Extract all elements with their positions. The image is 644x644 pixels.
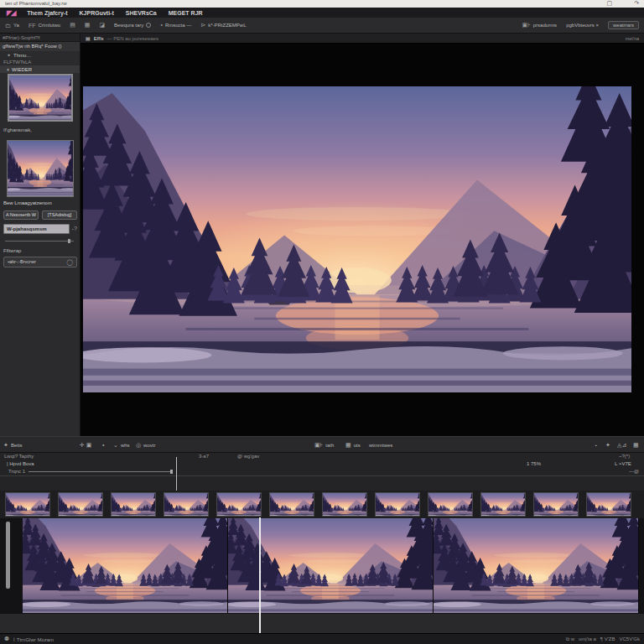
transport-sync-button[interactable]: ◬⊿ [617, 437, 626, 454]
filter-dropdown[interactable]: ⬩abr-:-Brvcrwr ◯ [3, 257, 77, 267]
preview-video-frame [83, 86, 631, 392]
transport-record-button[interactable]: ◎wovtr [136, 437, 155, 454]
track-1-value: 1 75% [527, 460, 541, 468]
main-toolbar: 🗀Ya FFCrimlutwo ▤ ▦ ◪ Bewqura tary ⬩Rmsu… [0, 18, 644, 34]
window-close-icon[interactable]: ↷ [634, 0, 639, 8]
toolbar-params-button[interactable]: ▣⊦prsadurms [522, 22, 558, 29]
strip-thumbnail[interactable] [58, 492, 103, 517]
transport-bar: ✦Betts ✛ ▣ ⬩ ⌄whs ◎wovtr ▣⊦tath ▦uts wtm… [0, 436, 644, 453]
menu-item-3[interactable]: SHEVRsCa [126, 10, 157, 16]
slider-handle[interactable] [68, 239, 70, 243]
toolbar-sequence-button[interactable]: Bewqura tary [114, 23, 151, 28]
panel-row-selected[interactable]: ♦WIEDER [0, 65, 80, 73]
toolbar-import-button[interactable]: FFCrimlutwo [29, 23, 60, 29]
filmstrip-area [0, 518, 644, 614]
menu-item-4[interactable]: MEGET RJR [169, 10, 203, 16]
window-restore-icon[interactable]: ▢ [607, 0, 613, 8]
filmstrip-frame[interactable] [23, 518, 228, 613]
strip-thumbnail[interactable] [111, 492, 156, 517]
strip-thumbnail[interactable] [533, 492, 579, 517]
diamond-icon: ⬩ [160, 22, 163, 29]
thumbnail-scene [8, 141, 73, 196]
list-icon: ▦ [633, 442, 639, 449]
window-title: ten of Phantomvalul_bay.rw [5, 0, 585, 8]
transport-list-button[interactable]: ▦ [633, 437, 639, 454]
timeline-track-row-1[interactable]: | Hpvd Bova 1 75% L ⌁V7E [0, 460, 644, 468]
toolbar-view-2-button[interactable]: ▦ [85, 22, 91, 29]
timeline-ruler-row[interactable]: Lwqt? Tapthy 3-a7 @ wg'gav ~?(*) [0, 453, 644, 460]
sunset-valley-scene [83, 86, 631, 392]
strip-thumbnail[interactable] [586, 492, 631, 517]
video-editor-app: ten of Phantomvalul_bay.rw ▢ ↷ ◤◢ Them Z… [0, 0, 644, 644]
star-icon: ✦ [3, 442, 8, 449]
timeline-empty-track[interactable] [0, 614, 644, 633]
timeline-playhead[interactable] [259, 517, 261, 634]
grid-icon: ▤ [70, 22, 75, 29]
chevron-down-icon: ⌄ [113, 442, 118, 449]
strip-thumbnail[interactable] [164, 492, 209, 517]
panel-button-row: A Nssxsertb W [TSAdtsbqj] [3, 210, 77, 220]
timecode-1: 3-a7 [199, 453, 209, 460]
transport-marker-button[interactable]: ⬩ [102, 437, 105, 454]
toolbar-view-1-button[interactable]: ▤ [70, 22, 75, 29]
panel-row-folder[interactable]: FLFTWTsLA [0, 59, 80, 65]
filmstrip-clip[interactable] [23, 518, 639, 613]
project-panel-tabbar[interactable]: #Pfrtar}-Scqrhf?f [0, 34, 80, 42]
status-left-text: ⌇ TtrnGlwr Mozam [13, 636, 54, 642]
panel-slider[interactable] [5, 240, 74, 242]
transport-star-button[interactable]: ✦ [605, 437, 610, 454]
toggle-dot-icon [146, 23, 151, 28]
toolbar-folder-button[interactable]: 🗀Ya [5, 23, 19, 29]
slider-handle[interactable] [170, 470, 173, 474]
vertical-scrollbar[interactable] [6, 522, 10, 589]
strip-thumbnail[interactable] [428, 492, 473, 517]
timecode-2: @ wg'gav [237, 453, 259, 460]
toolbar-view-3-button[interactable]: ◪ [99, 22, 105, 29]
toolbar-resource-button[interactable]: ⬩Rmsucta — [160, 22, 191, 29]
filmstrip-frame[interactable] [434, 518, 639, 613]
menu-item-1[interactable]: Them Zjafcry-t [27, 10, 67, 16]
toolbar-preset-button[interactable]: ⊳k*-PRtZZEMPwL [200, 22, 246, 29]
strip-thumbnail[interactable] [322, 492, 367, 517]
ruler-playhead[interactable] [176, 457, 177, 491]
transport-loop-group[interactable]: ▦uts [345, 437, 361, 454]
timeline-track-row-2[interactable]: Trqnc 1 —@ [0, 468, 644, 475]
panel-input-row: W-pjahasqsmsm -? [3, 223, 77, 234]
transport-add-button[interactable]: ✛ ▣ [80, 437, 91, 454]
strip-thumbnail[interactable] [480, 492, 526, 517]
strip-thumbnail[interactable] [5, 492, 50, 517]
dropdown-circle-icon: ◯ [66, 259, 73, 266]
clip-thumbnail-2[interactable] [7, 140, 74, 197]
transport-dropdown-button[interactable]: ⌄whs [113, 437, 130, 454]
sync-icon: ◬⊿ [617, 442, 626, 449]
panel-button-1[interactable]: A Nssxsertb W [3, 210, 39, 220]
track-1-toggles[interactable]: L ⌁V7E [615, 460, 631, 468]
record-icon: ◎ [136, 442, 141, 449]
strip-thumbnail[interactable] [269, 492, 314, 517]
strip-thumbnail[interactable] [216, 492, 262, 517]
panel-row-source[interactable]: ✦Thmu… [0, 51, 80, 59]
timeline-title: Lwqt? Tapthy [4, 453, 34, 460]
clip-thumbnail-1[interactable] [8, 74, 73, 122]
strip-thumbnail[interactable] [375, 492, 420, 517]
menu-bar: ◤◢ Them Zjafcry-t KJPRGuvti-t SHEVRsCa M… [0, 8, 644, 18]
monitor-tab-icon: ▤ [86, 35, 91, 41]
dropdown-value: ⬩abr-:-Brvcrwr [8, 259, 66, 265]
track-2-slider[interactable] [29, 471, 173, 472]
transport-play-group[interactable]: ▣⊦tath [314, 437, 334, 454]
track-2-toggle[interactable]: —@ [629, 468, 639, 475]
transport-favorite-button[interactable]: ✦Betts [3, 437, 23, 454]
transport-settings-group[interactable]: wtmmtwes [369, 437, 392, 454]
monitor-tab-label[interactable]: EffIs [94, 36, 104, 41]
panel-label-mid: If'ghansmak, [0, 127, 80, 132]
toolbar-export-button[interactable]: weatrrars [608, 21, 639, 29]
import-icon: FF [29, 23, 36, 29]
menu-item-2[interactable]: KJPRGuvti-t [80, 10, 114, 16]
transport-refresh-button[interactable]: ◔ [594, 437, 597, 454]
toolbar-dropdown-button[interactable]: pgbVbteuvrs × [566, 23, 599, 28]
panel-button-2[interactable]: [TSAdtsbqj] [42, 210, 77, 220]
input-clear-icon[interactable]: -? [72, 226, 77, 231]
folder-icon: 🗀 [5, 23, 11, 29]
track-2-name: Trqnc 1 [8, 468, 25, 475]
name-input[interactable]: W-pjahasqsmsm [3, 224, 70, 234]
